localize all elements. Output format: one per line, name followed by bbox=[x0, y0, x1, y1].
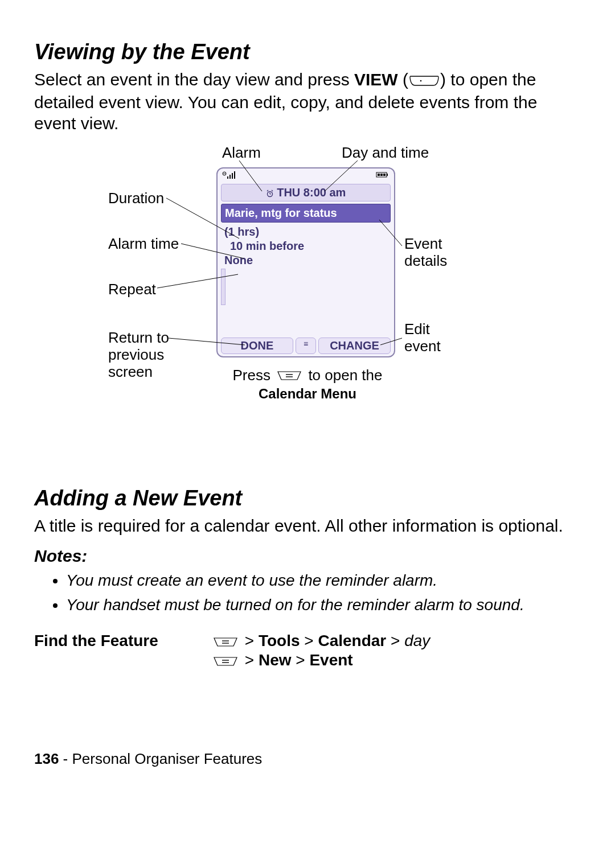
text-pre: Select an event in the day view and pres… bbox=[34, 70, 354, 89]
path-day: day bbox=[404, 632, 430, 649]
label-edit-event: Edit event bbox=[404, 321, 441, 355]
path-new: New bbox=[259, 651, 292, 669]
softkey-done[interactable]: DONE bbox=[221, 338, 293, 354]
sep: > bbox=[386, 632, 404, 649]
menu-key-icon bbox=[274, 367, 304, 385]
label-alarm: Alarm bbox=[222, 145, 261, 162]
sep: > bbox=[292, 651, 310, 669]
svg-rect-2 bbox=[227, 176, 228, 179]
path-tools: Tools bbox=[259, 632, 300, 649]
sep: > bbox=[300, 632, 318, 649]
notes-list: You must create an event to use the remi… bbox=[34, 570, 581, 615]
phone-repeat: None bbox=[218, 253, 394, 268]
find-feature-path: > Tools > Calendar > day > New > Event bbox=[211, 632, 581, 670]
view-keyword: VIEW bbox=[354, 70, 398, 89]
phone-diagram: Alarm Day and time Duration Alarm time R… bbox=[34, 145, 581, 463]
diagram-caption: Press to open the Calendar Menu bbox=[34, 367, 581, 402]
paragraph-viewing-event: Select an event in the day view and pres… bbox=[34, 69, 581, 134]
phone-title-row: THU 8:00 am bbox=[221, 184, 391, 201]
svg-rect-3 bbox=[229, 175, 231, 179]
label-alarm-time: Alarm time bbox=[108, 236, 179, 253]
heading-adding-event: Adding a New Event bbox=[34, 486, 581, 511]
svg-rect-5 bbox=[234, 171, 235, 179]
footer-title: Personal Organiser Features bbox=[72, 750, 263, 767]
label-event-details: Event details bbox=[404, 236, 447, 270]
caption-pre: Press bbox=[232, 367, 274, 384]
svg-point-1 bbox=[223, 172, 226, 175]
page-footer: 136 - Personal Organiser Features bbox=[34, 750, 581, 768]
find-feature-label: Find the Feature bbox=[34, 632, 194, 650]
label-day-time: Day and time bbox=[342, 145, 429, 162]
footer-sep: - bbox=[59, 750, 72, 767]
menu-key-icon bbox=[211, 652, 240, 670]
svg-rect-4 bbox=[232, 173, 233, 179]
path-event: Event bbox=[309, 651, 352, 669]
softkey-row: DONE ≡ CHANGE bbox=[218, 338, 394, 354]
page-number: 136 bbox=[34, 750, 59, 767]
note-item: Your handset must be turned on for the r… bbox=[66, 595, 581, 615]
svg-point-0 bbox=[420, 80, 422, 82]
path-calendar: Calendar bbox=[318, 632, 386, 649]
caption-post: to open the bbox=[308, 367, 382, 384]
note-item: You must create an event to use the remi… bbox=[66, 570, 581, 590]
softkey-oval-icon bbox=[408, 70, 440, 92]
svg-rect-10 bbox=[383, 174, 386, 176]
scroll-bar[interactable] bbox=[221, 269, 226, 305]
phone-status-bar bbox=[218, 168, 394, 183]
label-repeat: Repeat bbox=[108, 281, 156, 298]
phone-content-area bbox=[221, 269, 391, 305]
menu-key-icon bbox=[211, 633, 240, 651]
sep: > bbox=[245, 632, 259, 649]
alarm-icon bbox=[266, 186, 277, 199]
heading-viewing-event: Viewing by the Event bbox=[34, 40, 581, 64]
sep: > bbox=[245, 651, 259, 669]
paragraph-adding-event: A title is required for a calendar event… bbox=[34, 515, 581, 537]
phone-title-text: THU 8:00 am bbox=[277, 186, 346, 199]
softkey-menu[interactable]: ≡ bbox=[296, 338, 316, 354]
battery-icon bbox=[376, 171, 390, 180]
notes-heading: Notes: bbox=[34, 546, 581, 566]
svg-rect-9 bbox=[380, 174, 383, 176]
phone-screen: THU 8:00 am Marie, mtg for status (1 hrs… bbox=[216, 167, 395, 357]
find-feature-row: Find the Feature > Tools > Calendar > da… bbox=[34, 632, 581, 670]
svg-rect-7 bbox=[387, 174, 388, 176]
phone-event-row: Marie, mtg for status bbox=[221, 204, 391, 223]
softkey-change[interactable]: CHANGE bbox=[318, 338, 391, 354]
caption-menu-name: Calendar Menu bbox=[34, 386, 581, 402]
signal-icon bbox=[222, 171, 241, 180]
phone-duration: (1 hrs) bbox=[218, 225, 394, 239]
svg-rect-8 bbox=[378, 174, 380, 176]
label-duration: Duration bbox=[108, 190, 164, 207]
phone-alarm-time: 10 min before bbox=[218, 239, 394, 253]
